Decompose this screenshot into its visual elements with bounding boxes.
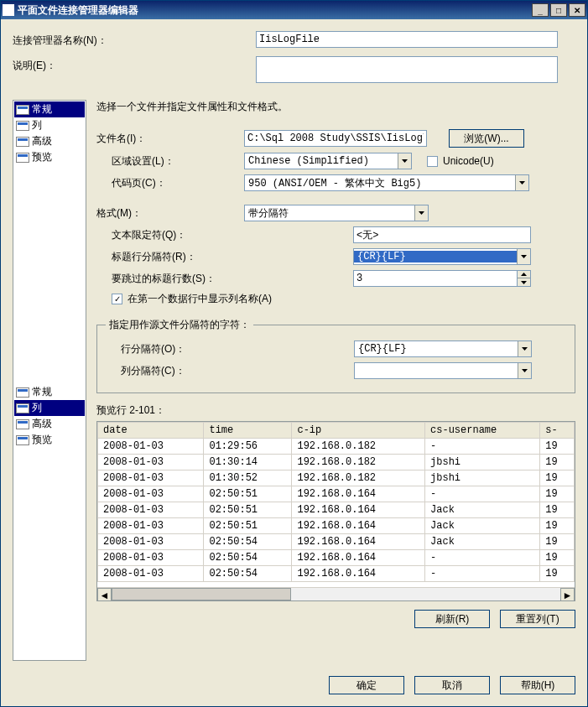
maximize-button[interactable]: □ xyxy=(550,3,567,17)
minimize-button[interactable]: _ xyxy=(532,3,549,17)
desc-input[interactable] xyxy=(256,56,558,83)
filename-input[interactable] xyxy=(244,130,427,147)
preview-table: datetimec-ipcs-usernames-2008-01-0301:29… xyxy=(97,422,575,582)
footer: 确定 取消 帮助(H) xyxy=(1,669,587,706)
rowdelim-select[interactable]: {CR}{LF} xyxy=(354,341,532,357)
locale-label: 区域设置(L)： xyxy=(96,154,239,169)
sidebar-item-常规[interactable]: 常规 xyxy=(14,101,85,117)
sidebar-item-label: 高级 xyxy=(32,134,52,148)
sidebar-item-预览[interactable]: 预览 xyxy=(14,149,85,165)
desc-label: 说明(E)： xyxy=(13,56,256,73)
table-row[interactable]: 2008-01-0302:50:51192.168.0.164Jack19 xyxy=(98,502,575,518)
ok-button[interactable]: 确定 xyxy=(329,676,404,694)
reset-columns-button[interactable]: 重置列(T) xyxy=(500,610,575,628)
table-row[interactable]: 2008-01-0302:50:54192.168.0.164-19 xyxy=(98,550,575,566)
page-icon xyxy=(16,153,29,163)
column-header[interactable]: date xyxy=(98,423,204,439)
format-select[interactable]: 带分隔符 xyxy=(244,205,429,221)
format-label: 格式(M)： xyxy=(96,206,239,221)
table-row[interactable]: 2008-01-0301:30:14192.168.0.182jbshi19 xyxy=(98,455,575,470)
chevron-down-icon xyxy=(414,205,428,221)
spin-up-icon[interactable] xyxy=(518,271,530,278)
chevron-down-icon xyxy=(518,363,531,378)
spin-down-icon[interactable] xyxy=(518,278,530,286)
page-icon xyxy=(16,435,29,445)
scroll-left-icon[interactable]: ◄ xyxy=(97,588,112,601)
svg-marker-5 xyxy=(521,281,527,284)
window-title: 平面文件连接管理器编辑器 xyxy=(18,3,530,18)
browse-button[interactable]: 浏览(W)... xyxy=(449,129,524,148)
codepage-select[interactable]: 950 (ANSI/OEM - 繁体中文 Big5) xyxy=(244,174,529,191)
filename-label: 文件名(I)： xyxy=(96,132,239,146)
table-row[interactable]: 2008-01-0301:29:56192.168.0.182-19 xyxy=(98,439,575,455)
sidebar-item-列[interactable]: 列 xyxy=(14,117,85,133)
svg-marker-2 xyxy=(419,211,424,215)
skiprows-label: 要跳过的标题行数(S)： xyxy=(96,272,348,286)
chevron-down-icon xyxy=(515,175,528,190)
locale-select[interactable]: Chinese (Simplified) xyxy=(244,153,412,169)
table-row[interactable]: 2008-01-0302:50:54192.168.0.164-19 xyxy=(98,566,575,582)
help-button[interactable]: 帮助(H) xyxy=(500,676,575,694)
column-header[interactable]: time xyxy=(204,423,292,439)
refresh-button[interactable]: 刷新(R) xyxy=(414,610,490,628)
column-header[interactable]: c-ip xyxy=(292,423,425,439)
column-header[interactable]: s- xyxy=(540,423,575,439)
coldelim-label: 列分隔符(C)： xyxy=(106,364,349,378)
page-icon xyxy=(16,419,29,429)
page-icon xyxy=(16,105,29,115)
sidebar-item-高级[interactable]: 高级 xyxy=(14,133,85,149)
table-row[interactable]: 2008-01-0301:30:52192.168.0.182jbshi19 xyxy=(98,470,575,486)
unicode-label: Unicode(U) xyxy=(443,155,494,167)
svg-marker-1 xyxy=(519,181,525,185)
sidebar: 常规列高级预览 常规列高级预览 xyxy=(13,100,86,661)
table-row[interactable]: 2008-01-0302:50:54192.168.0.164Jack19 xyxy=(98,534,575,550)
textqual-input[interactable] xyxy=(353,226,531,243)
app-icon xyxy=(3,4,14,16)
conn-name-input[interactable] xyxy=(256,31,558,48)
headrowdelim-label: 标题行分隔符(R)： xyxy=(96,250,348,264)
skiprows-input[interactable] xyxy=(353,270,518,287)
page-icon xyxy=(16,387,29,398)
rowdelim-label: 行分隔符(O)： xyxy=(106,342,349,356)
sidebar-item-label: 列 xyxy=(32,401,42,415)
sidebar-item-label: 预览 xyxy=(32,433,52,447)
delimiters-legend: 指定用作源文件分隔符的字符： xyxy=(106,318,253,332)
editor-window: 平面文件连接管理器编辑器 _ □ ✕ 连接管理器名称(N)： 说明(E)： 常规… xyxy=(0,0,588,707)
chevron-down-icon xyxy=(398,153,411,169)
column-header[interactable]: cs-username xyxy=(425,423,540,439)
svg-marker-3 xyxy=(521,255,527,258)
headrowdelim-select[interactable]: {CR}{LF} xyxy=(353,248,531,265)
chevron-down-icon xyxy=(517,249,530,264)
svg-marker-4 xyxy=(521,273,527,276)
page-icon xyxy=(16,121,29,131)
svg-marker-7 xyxy=(522,369,528,372)
sidebar-item-常规[interactable]: 常规 xyxy=(14,384,85,400)
scroll-right-icon[interactable]: ► xyxy=(560,588,575,601)
firstrow-checkbox[interactable]: ✓ xyxy=(112,294,122,304)
svg-marker-0 xyxy=(402,159,408,163)
titlebar: 平面文件连接管理器编辑器 _ □ ✕ xyxy=(1,1,587,19)
coldelim-select[interactable] xyxy=(354,362,532,379)
page-icon xyxy=(16,403,29,413)
sidebar-item-列[interactable]: 列 xyxy=(14,400,85,416)
table-row[interactable]: 2008-01-0302:50:51192.168.0.164Jack19 xyxy=(98,518,575,534)
conn-name-label: 连接管理器名称(N)： xyxy=(13,31,256,48)
h-scrollbar[interactable]: ◄ ► xyxy=(97,587,575,601)
table-row[interactable]: 2008-01-0302:50:51192.168.0.164-19 xyxy=(98,486,575,502)
preview-grid: datetimec-ipcs-usernames-2008-01-0301:29… xyxy=(96,421,575,601)
page-icon xyxy=(16,137,29,147)
sidebar-item-预览[interactable]: 预览 xyxy=(14,432,85,448)
close-button[interactable]: ✕ xyxy=(569,3,585,17)
sidebar-item-高级[interactable]: 高级 xyxy=(14,416,85,432)
sidebar-item-label: 列 xyxy=(32,118,42,133)
preview-label: 预览行 2-101： xyxy=(96,403,575,418)
chevron-down-icon xyxy=(518,341,531,356)
instruction-text: 选择一个文件并指定文件属性和文件格式。 xyxy=(96,100,575,114)
codepage-label: 代码页(C)： xyxy=(96,176,239,190)
cancel-button[interactable]: 取消 xyxy=(414,676,490,694)
sidebar-item-label: 高级 xyxy=(32,417,52,431)
unicode-checkbox[interactable] xyxy=(427,156,438,167)
textqual-label: 文本限定符(Q)： xyxy=(96,228,348,242)
svg-marker-6 xyxy=(522,347,528,351)
sidebar-item-label: 预览 xyxy=(32,150,52,164)
